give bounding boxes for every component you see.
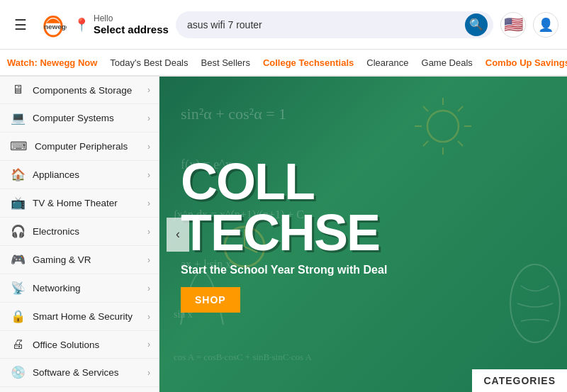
chevron-icon: › [147,284,150,293]
chevron-icon: › [147,85,150,95]
chevron-icon: › [147,113,150,123]
categories-badge[interactable]: CATEGORIES [472,369,567,392]
nav-item-college[interactable]: College Techsentials [263,56,354,69]
banner-title-line1: COLL [181,156,546,207]
search-input[interactable] [187,19,465,30]
address-selector[interactable]: 📍 Hello Select address [74,13,169,35]
search-bar: 🔍 [176,11,493,38]
sidebar-label-appliances: Appliances [33,169,140,180]
country-selector[interactable]: 🇺🇸 [500,12,526,38]
sidebar-item-automotive[interactable]: 🔧 Automotive & Tools › [0,387,159,392]
sidebar-label-components: Components & Storage [33,85,140,96]
navigation-bar: Watch: Newegg Now Today's Best Deals Bes… [0,50,567,77]
tv-icon: 📺 [10,196,26,211]
components-icon: 🖥 [10,83,26,97]
sidebar-label-software: Software & Services [33,367,140,378]
sidebar-label-office: Office Solutions [33,340,140,350]
flag-icon: 🇺🇸 [504,16,523,34]
address-label: Select address [94,23,169,35]
banner-background: sin²α + cos²α = 1 f(x) = e^x ∫x^n dx = x… [159,77,567,392]
sidebar-item-smart-home[interactable]: 🔒 Smart Home & Security › [0,303,159,331]
watch-label[interactable]: Watch: Newegg Now [7,57,97,68]
greeting-label: Hello [94,13,169,23]
sidebar-item-peripherals[interactable]: ⌨ Computer Peripherals › [0,133,159,161]
banner-subtitle: Start the School Year Strong with Deal [181,264,546,276]
chevron-icon: › [147,340,150,349]
location-icon: 📍 [74,17,89,33]
chevron-icon: › [147,227,150,237]
address-text: Hello Select address [94,13,169,35]
sidebar-label-tv: TV & Home Theater [33,198,140,208]
chevron-icon: › [147,142,150,152]
peripherals-icon: ⌨ [10,139,28,154]
sidebar-item-components[interactable]: 🖥 Components & Storage › [0,77,159,104]
gaming-icon: 🎮 [10,252,26,267]
prev-arrow-icon: ‹ [176,227,180,242]
chevron-icon: › [147,368,150,378]
banner-title-line2: TECHSE [181,207,546,258]
chevron-icon: › [147,198,150,208]
main-content: 🖥 Components & Storage › 💻 Computer Syst… [0,77,567,392]
sidebar-label-gaming: Gaming & VR [33,254,140,265]
sidebar-item-tv[interactable]: 📺 TV & Home Theater › [0,189,159,218]
sidebar-item-computer-systems[interactable]: 💻 Computer Systems › [0,104,159,133]
sidebar-label-electronics: Electronics [33,226,140,237]
user-menu-button[interactable]: 👤 [533,12,558,38]
nav-item-combo[interactable]: Combo Up Savings [485,56,567,69]
search-icon: 🔍 [469,18,483,31]
nav-item-best-deals[interactable]: Today's Best Deals [110,56,188,69]
hamburger-button[interactable]: ☰ [9,13,33,36]
sidebar-label-computer-systems: Computer Systems [33,113,140,123]
chevron-icon: › [147,312,150,322]
sidebar-item-networking[interactable]: 📡 Networking › [0,274,159,303]
sidebar-item-software[interactable]: 💿 Software & Services › [0,359,159,387]
appliances-icon: 🏠 [10,167,26,182]
electronics-icon: 🎧 [10,224,26,239]
computer-systems-icon: 💻 [10,111,26,125]
nav-item-clearance[interactable]: Clearance [366,56,408,69]
banner-text: COLL TECHSE Start the School Year Strong… [159,77,567,392]
sidebar-item-gaming[interactable]: 🎮 Gaming & VR › [0,246,159,274]
chevron-icon: › [147,170,150,180]
sidebar-label-peripherals: Computer Peripherals [35,141,140,152]
office-icon: 🖨 [10,337,26,352]
sidebar-item-appliances[interactable]: 🏠 Appliances › [0,161,159,189]
svg-text:newegg: newegg [44,23,67,30]
banner: sin²α + cos²α = 1 f(x) = e^x ∫x^n dx = x… [159,77,567,392]
header: ☰ newegg 📍 Hello Select address 🔍 🇺🇸 👤 [0,0,567,50]
sidebar-label-networking: Networking [33,283,140,293]
carousel-prev-button[interactable]: ‹ [167,218,189,252]
sidebar: 🖥 Components & Storage › 💻 Computer Syst… [0,77,159,392]
sidebar-item-electronics[interactable]: 🎧 Electronics › [0,218,159,246]
nav-item-best-sellers[interactable]: Best Sellers [201,56,250,69]
search-button[interactable]: 🔍 [465,13,488,36]
sidebar-item-office[interactable]: 🖨 Office Solutions › [0,331,159,359]
logo-icon: newegg [40,11,67,38]
shop-now-button[interactable]: SHOP [181,287,240,313]
smart-home-icon: 🔒 [10,309,26,324]
sidebar-label-smart-home: Smart Home & Security [33,311,140,322]
nav-item-game-deals[interactable]: Game Deals [422,56,473,69]
chevron-icon: › [147,255,150,265]
logo[interactable]: newegg [40,11,67,38]
software-icon: 💿 [10,365,26,380]
user-icon: 👤 [538,17,554,33]
networking-icon: 📡 [10,281,26,296]
